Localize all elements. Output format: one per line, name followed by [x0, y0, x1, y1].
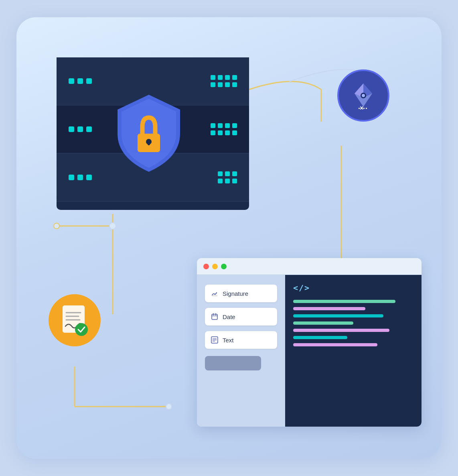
server-dot-sm: [232, 171, 237, 176]
server-dot-sm: [211, 75, 215, 80]
code-line-1: [293, 300, 395, 303]
server-rack: [57, 57, 249, 210]
server-dot: [86, 126, 92, 132]
server-dot-sm: [232, 179, 237, 183]
server-dots-right-2: [211, 123, 237, 135]
signature-field-icon: [211, 289, 219, 297]
server-dot-sm: [211, 123, 215, 128]
server-dots-right-3: [218, 171, 237, 183]
pen-tool-circle: ✕: [337, 69, 389, 122]
svg-point-12: [362, 94, 365, 97]
shield-icon: [113, 92, 185, 176]
server-dot-sm: [211, 130, 215, 135]
signature-field-label: Signature: [223, 290, 248, 297]
traffic-light-green[interactable]: [221, 264, 227, 269]
document-signature-icon: [57, 302, 93, 338]
server-dot: [77, 175, 83, 180]
code-panel: </>: [285, 275, 422, 427]
text-field-icon: [211, 336, 219, 344]
main-illustration-card: ✕: [16, 17, 442, 459]
server-dot-sm: [232, 130, 237, 135]
date-field[interactable]: Date: [205, 308, 277, 325]
text-field-label: Text: [223, 337, 234, 344]
svg-text:✕: ✕: [359, 105, 364, 111]
form-submit-button[interactable]: [205, 356, 261, 370]
traffic-light-yellow[interactable]: [212, 264, 218, 269]
server-dot: [86, 78, 92, 84]
server-dot-sm: [225, 82, 230, 87]
server-dot-sm: [218, 75, 223, 80]
svg-rect-7: [148, 140, 150, 145]
browser-body: Signature Date Text </>: [197, 275, 422, 427]
code-line-5: [293, 329, 389, 332]
server-dot-sm: [218, 123, 223, 128]
server-dots-right-1: [211, 75, 237, 87]
traffic-light-red[interactable]: [203, 264, 209, 269]
code-line-2: [293, 307, 365, 310]
server-dot-sm: [232, 75, 237, 80]
server-dot-sm: [218, 130, 223, 135]
server-dot-sm: [232, 123, 237, 128]
server-dot-sm: [232, 82, 237, 87]
server-dot-sm: [218, 82, 223, 87]
form-panel: Signature Date Text: [197, 275, 285, 427]
pen-tool-icon: ✕: [347, 79, 379, 112]
code-line-7: [293, 343, 377, 346]
server-dot-sm: [211, 82, 215, 87]
server-dot-sm: [225, 130, 230, 135]
server-dot: [69, 175, 74, 180]
signature-circle: [49, 294, 101, 346]
server-dot-sm: [225, 171, 230, 176]
server-dot-sm: [218, 179, 223, 183]
server-dot: [69, 78, 74, 84]
shield-wrapper: [109, 90, 189, 178]
svg-point-1: [166, 404, 172, 409]
date-field-label: Date: [223, 313, 235, 320]
text-field[interactable]: Text: [205, 331, 277, 349]
code-line-3: [293, 314, 383, 317]
server-dot-sm: [225, 179, 230, 183]
code-line-4: [293, 321, 353, 325]
svg-point-0: [54, 223, 59, 229]
server-dot: [77, 126, 83, 132]
server-dots-left-2: [69, 126, 92, 132]
server-dot-sm: [225, 123, 230, 128]
svg-point-3: [109, 223, 116, 229]
browser-window: Signature Date Text </>: [197, 258, 422, 427]
server-dots-left-1: [69, 78, 92, 84]
date-field-icon: [211, 313, 219, 321]
server-dot-sm: [218, 171, 223, 176]
server-dot: [86, 175, 92, 180]
code-tag-label: </>: [293, 283, 413, 293]
code-line-6: [293, 336, 347, 339]
server-dot: [77, 78, 83, 84]
signature-field[interactable]: Signature: [205, 285, 277, 302]
server-dots-left-3: [69, 175, 92, 180]
browser-titlebar: [197, 258, 422, 275]
svg-rect-21: [212, 314, 217, 319]
server-dot: [69, 126, 74, 132]
svg-point-19: [75, 323, 88, 336]
server-dot-sm: [225, 75, 230, 80]
